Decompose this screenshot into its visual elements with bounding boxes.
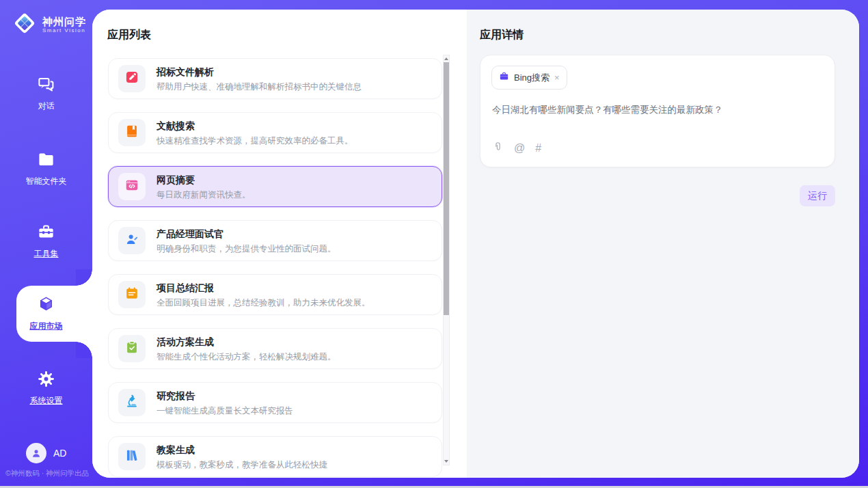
run-button[interactable]: 运行 <box>800 185 835 206</box>
app-item-description: 智能生成个性化活动方案，轻松解决规划难题。 <box>157 351 336 362</box>
app-item-title: 网页摘要 <box>157 174 251 186</box>
app-list-item[interactable]: 文献搜索 快速精准查找学术资源，提高研究效率的必备工具。 <box>108 112 442 153</box>
app-list-item[interactable]: 产品经理面试官 明确身份和职责，为您提供专业性的面试问题。 <box>108 220 442 261</box>
copyright-footer: ©神州数码 · 神州问学出品 <box>5 469 92 478</box>
query-text[interactable]: 今日湖北有哪些新闻要点？有哪些需要关注的最新政策？ <box>492 103 823 116</box>
brand-subtitle: Smart Vision <box>42 27 86 34</box>
app-list-item[interactable]: 教案生成 模板驱动，教案秒成，教学准备从此轻松快捷 <box>108 436 442 477</box>
sidebar-item-0[interactable]: 对话 <box>0 75 92 112</box>
sidebar-item-3[interactable]: 应用市场 <box>0 295 92 332</box>
gear-icon <box>37 370 55 388</box>
app-item-title: 研究报告 <box>157 390 293 402</box>
folder-icon <box>37 150 55 169</box>
sidebar-item-label: 工具集 <box>0 248 92 260</box>
diamond-logo-icon <box>12 10 38 39</box>
microscope-icon <box>124 394 139 411</box>
app-list-title: 应用列表 <box>107 28 151 42</box>
books-icon <box>124 448 139 465</box>
app-item-title: 文献搜索 <box>157 120 353 132</box>
toolbox-icon <box>37 223 55 241</box>
app-list-item[interactable]: 研究报告 一键智能生成高质量长文本研究报告 <box>108 382 442 423</box>
tool-chip-bing-search[interactable]: Bing搜索 × <box>491 66 567 90</box>
brand-name: 神州问学 <box>42 16 86 27</box>
scrollbar-down-icon[interactable] <box>444 458 449 465</box>
app-item-title: 教案生成 <box>157 444 327 456</box>
app-list: 招标文件解析 帮助用户快速、准确地理解和解析招标书中的关键信息 文献搜索 快速精… <box>92 55 467 478</box>
list-scrollbar[interactable] <box>443 55 450 465</box>
person-icon <box>26 443 46 463</box>
app-item-description: 快速精准查找学术资源，提高研究效率的必备工具。 <box>157 135 353 146</box>
app-item-description: 一键智能生成高质量长文本研究报告 <box>157 405 293 416</box>
sidebar-item-2[interactable]: 工具集 <box>0 223 92 260</box>
app-list-item[interactable]: 项目总结汇报 全面回顾项目进展，总结经验教训，助力未来优化发展。 <box>108 274 442 315</box>
user-profile[interactable]: AD <box>26 443 66 463</box>
app-item-title: 产品经理面试官 <box>157 228 336 240</box>
sidebar-item-label: 系统设置 <box>0 395 92 407</box>
app-item-description: 模板驱动，教案秒成，教学准备从此轻松快捷 <box>157 459 327 470</box>
scrollbar-thumb[interactable] <box>444 62 449 315</box>
chat-icon <box>37 75 55 94</box>
sidebar-item-label: 智能文件夹 <box>0 176 92 187</box>
browser-code-icon <box>124 178 139 195</box>
sidebar-item-label: 对话 <box>0 100 92 112</box>
cube-icon <box>37 295 55 314</box>
paperclip-icon[interactable] <box>492 141 504 155</box>
tool-chip-label: Bing搜索 <box>514 72 550 84</box>
notch-fillet-top <box>76 269 92 286</box>
app-detail-card: Bing搜索 × 今日湖北有哪些新闻要点？有哪些需要关注的最新政策？ @ # <box>480 55 835 167</box>
app-list-item[interactable]: 网页摘要 每日政府新闻资讯快查。 <box>108 166 442 207</box>
app-list-panel: 应用列表 招标文件解析 帮助用户快速、准确地理解和解析招标书中的关键信息 文献搜… <box>92 10 467 478</box>
app-item-title: 招标文件解析 <box>157 66 362 78</box>
close-icon[interactable]: × <box>554 73 560 82</box>
sidebar-item-label: 应用市场 <box>0 321 92 332</box>
sidebar-item-1[interactable]: 智能文件夹 <box>0 150 92 187</box>
report-calendar-icon <box>124 286 139 303</box>
app-list-item[interactable]: 招标文件解析 帮助用户快速、准确地理解和解析招标书中的关键信息 <box>108 58 442 99</box>
app-item-title: 活动方案生成 <box>157 336 336 348</box>
book-icon <box>124 124 139 141</box>
brand-logo: 神州问学 Smart Vision <box>12 10 86 39</box>
app-item-description: 全面回顾项目进展，总结经验教训，助力未来优化发展。 <box>157 297 370 308</box>
hash-icon[interactable]: # <box>535 142 541 154</box>
interviewer-icon <box>124 232 139 249</box>
scrollbar-up-icon[interactable] <box>444 55 449 62</box>
user-name: AD <box>53 448 66 459</box>
app-item-description: 帮助用户快速、准确地理解和解析招标书中的关键信息 <box>157 81 362 92</box>
mention-icon[interactable]: @ <box>514 142 525 154</box>
app-detail-panel: 应用详情 Bing搜索 × 今日湖北有哪些新闻要点？有哪些需要关注的最新政策？ <box>467 10 859 478</box>
app-item-description: 每日政府新闻资讯快查。 <box>157 189 251 200</box>
edit-square-icon <box>124 70 139 87</box>
composer-toolbar: @ # <box>492 141 541 155</box>
briefcase-icon <box>499 71 509 84</box>
app-item-description: 明确身份和职责，为您提供专业性的面试问题。 <box>157 243 336 254</box>
sidebar-item-4[interactable]: 系统设置 <box>0 370 92 407</box>
app-detail-title: 应用详情 <box>480 28 524 42</box>
clipboard-check-icon <box>124 340 139 357</box>
notch-fillet-bottom <box>76 342 92 358</box>
app-item-title: 项目总结汇报 <box>157 282 370 294</box>
main-content: 应用列表 招标文件解析 帮助用户快速、准确地理解和解析招标书中的关键信息 文献搜… <box>92 10 859 478</box>
app-list-item[interactable]: 活动方案生成 智能生成个性化活动方案，轻松解决规划难题。 <box>108 328 442 369</box>
sidebar: 神州问学 Smart Vision 对话 智能文件夹 工具集 应用市场 系统设置… <box>0 0 92 488</box>
